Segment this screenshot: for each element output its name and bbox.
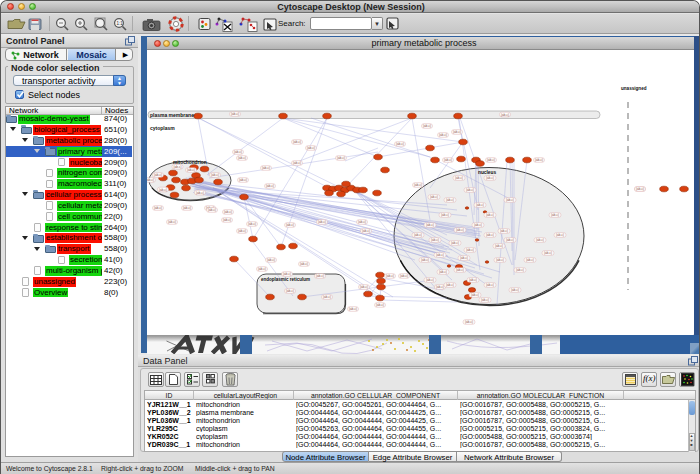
svg-text:(ab-c): (ab-c) — [234, 150, 242, 154]
svg-text:(ab-c): (ab-c) — [337, 156, 345, 160]
svg-text:(ab-c): (ab-c) — [495, 244, 503, 248]
svg-text:(ab-c): (ab-c) — [362, 229, 370, 233]
svg-text:(ab-c): (ab-c) — [544, 251, 552, 255]
svg-text:mitochondrion: mitochondrion — [173, 160, 207, 165]
svg-text:(ab-c): (ab-c) — [293, 161, 301, 165]
svg-text:nucleus: nucleus — [478, 170, 496, 175]
svg-text:(ab-c): (ab-c) — [358, 220, 366, 224]
svg-text:(ab-c): (ab-c) — [316, 274, 324, 278]
svg-text:(ab-c): (ab-c) — [474, 223, 482, 227]
svg-text:(ab-c): (ab-c) — [444, 158, 452, 162]
svg-text:(ab-c): (ab-c) — [500, 229, 508, 233]
svg-text:(ab-c): (ab-c) — [173, 165, 181, 169]
svg-text:(ab-c): (ab-c) — [496, 258, 504, 262]
svg-text:(ab-c): (ab-c) — [431, 238, 439, 242]
svg-text:(ab-c): (ab-c) — [421, 258, 429, 262]
svg-text:(ab-c): (ab-c) — [283, 272, 291, 276]
svg-text:(ab-c): (ab-c) — [267, 258, 275, 262]
svg-text:(ab-c): (ab-c) — [196, 191, 204, 195]
svg-text:(ab-c): (ab-c) — [456, 228, 464, 232]
svg-text:(ab-c): (ab-c) — [187, 168, 195, 172]
svg-text:(ab-c): (ab-c) — [426, 223, 434, 227]
svg-text:(ab-c): (ab-c) — [400, 274, 408, 278]
svg-text:(ab-c): (ab-c) — [183, 206, 191, 210]
svg-text:(ab-c): (ab-c) — [455, 176, 463, 180]
svg-text:(ab-c): (ab-c) — [536, 238, 544, 242]
svg-text:(ab-c): (ab-c) — [556, 233, 564, 237]
svg-text:(ab-c): (ab-c) — [436, 285, 444, 289]
svg-text:(ab-c): (ab-c) — [208, 208, 216, 212]
svg-text:(ab-c): (ab-c) — [486, 233, 494, 237]
svg-text:(ab-c): (ab-c) — [396, 142, 404, 146]
svg-text:(ab-c): (ab-c) — [439, 133, 447, 137]
svg-text:(ab-c): (ab-c) — [439, 270, 447, 274]
svg-text:(ab-c): (ab-c) — [349, 307, 357, 311]
svg-text:(ab-c): (ab-c) — [376, 303, 384, 307]
svg-text:(ab-c): (ab-c) — [460, 256, 468, 260]
svg-text:1:1: 1:1 — [117, 21, 124, 26]
svg-text:(ab-c): (ab-c) — [636, 187, 644, 191]
svg-text:(ab-c): (ab-c) — [516, 268, 524, 272]
svg-text:(ab-c): (ab-c) — [360, 285, 368, 289]
svg-text:(ab-c): (ab-c) — [231, 112, 239, 116]
svg-text:(ab-c): (ab-c) — [506, 238, 514, 242]
svg-text:(ab-c): (ab-c) — [456, 268, 464, 272]
svg-text:(ab-c): (ab-c) — [258, 267, 266, 271]
svg-text:(ab-c): (ab-c) — [224, 210, 232, 214]
svg-text:(ab-c): (ab-c) — [506, 198, 514, 202]
svg-text:(ab-c): (ab-c) — [386, 274, 394, 278]
svg-text:(ab-c): (ab-c) — [487, 158, 495, 162]
svg-text:(ab-c): (ab-c) — [511, 288, 519, 292]
svg-text:(ab-c): (ab-c) — [211, 173, 219, 177]
svg-text:(ab-c): (ab-c) — [469, 278, 477, 282]
svg-text:(ab-c): (ab-c) — [446, 283, 454, 287]
svg-text:(ab-c): (ab-c) — [307, 146, 315, 150]
svg-text:(ab-c): (ab-c) — [501, 113, 509, 117]
svg-text:(ab-c): (ab-c) — [426, 278, 434, 282]
svg-text:(ab-c): (ab-c) — [266, 184, 274, 188]
svg-text:(ab-c): (ab-c) — [481, 298, 489, 302]
svg-text:(ab-c): (ab-c) — [239, 178, 247, 182]
svg-text:(ab-c): (ab-c) — [423, 124, 431, 128]
svg-text:(ab-c): (ab-c) — [441, 213, 449, 217]
svg-text:(ab-c): (ab-c) — [262, 166, 270, 170]
svg-text:(ab-c): (ab-c) — [453, 130, 461, 134]
svg-text:(ab-c): (ab-c) — [535, 158, 543, 162]
svg-text:(ab-c): (ab-c) — [154, 206, 162, 210]
svg-text:unassigned: unassigned — [621, 86, 647, 91]
svg-text:cytoplasm: cytoplasm — [150, 125, 175, 131]
svg-text:(ab-c): (ab-c) — [436, 253, 444, 257]
svg-text:(ab-c): (ab-c) — [318, 220, 326, 224]
svg-text:(ab-c): (ab-c) — [286, 289, 294, 293]
svg-text:(ab-c): (ab-c) — [465, 320, 473, 324]
svg-text:(ab-c): (ab-c) — [323, 295, 331, 299]
svg-text:(ab-c): (ab-c) — [476, 203, 484, 207]
svg-text:(ab-c): (ab-c) — [414, 233, 422, 237]
svg-text:(ab-c): (ab-c) — [147, 178, 154, 182]
svg-text:(ab-c): (ab-c) — [451, 241, 459, 245]
svg-text:(ab-c): (ab-c) — [466, 248, 474, 252]
svg-text:(ab-c): (ab-c) — [486, 176, 494, 180]
svg-text:(ab-c): (ab-c) — [293, 140, 301, 144]
svg-text:(ab-c): (ab-c) — [466, 188, 474, 192]
svg-text:(ab-c): (ab-c) — [486, 283, 494, 287]
svg-text:(ab-c): (ab-c) — [248, 222, 256, 226]
svg-text:(ab-c): (ab-c) — [238, 229, 246, 233]
svg-text:(ab-c): (ab-c) — [168, 220, 176, 224]
svg-text:(ab-c): (ab-c) — [471, 293, 479, 297]
svg-text:(ab-c): (ab-c) — [430, 195, 438, 199]
svg-text:(ab-c): (ab-c) — [446, 198, 454, 202]
svg-text:plasma membrane: plasma membrane — [150, 112, 194, 118]
svg-text:(ab-c): (ab-c) — [526, 258, 534, 262]
svg-text:(ab-c): (ab-c) — [286, 223, 294, 227]
svg-text:endoplasmic reticulum: endoplasmic reticulum — [261, 277, 310, 282]
svg-text:(ab-c): (ab-c) — [300, 262, 308, 266]
svg-text:(ab-c): (ab-c) — [154, 173, 162, 177]
svg-text:(ab-c): (ab-c) — [551, 213, 559, 217]
svg-text:(ab-c): (ab-c) — [486, 213, 494, 217]
svg-text:(ab-c): (ab-c) — [223, 218, 231, 222]
svg-text:(ab-c): (ab-c) — [238, 156, 246, 160]
svg-text:(ab-c): (ab-c) — [414, 183, 422, 187]
svg-text:(ab-c): (ab-c) — [159, 188, 167, 192]
